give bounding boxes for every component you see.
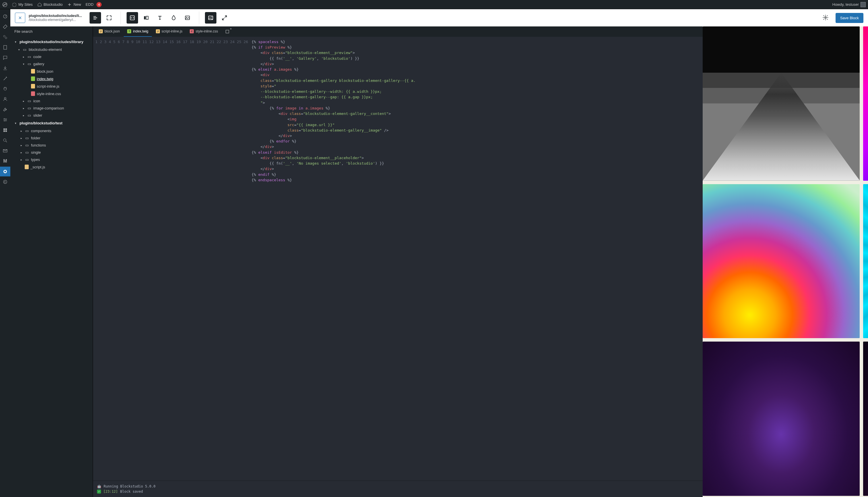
svg-rect-16 [144, 16, 146, 19]
folder-icon: ▭ [25, 157, 29, 162]
tree-file-scriptinline[interactable]: script-inline.js [13, 83, 90, 90]
wp-menu-dashboard[interactable] [0, 12, 10, 21]
svg-point-13 [4, 171, 6, 172]
new-label: New [73, 2, 81, 6]
wp-menu-blockstudio[interactable] [0, 167, 10, 176]
wp-menu-plugins[interactable] [0, 84, 10, 94]
layout-button[interactable] [141, 12, 152, 24]
align-button[interactable] [90, 12, 101, 24]
svg-rect-6 [3, 128, 5, 130]
breadcrumb-line2: /blockstudio-element/gallery/i... [29, 18, 86, 22]
svg-rect-9 [5, 130, 7, 132]
tree-folder-element[interactable]: ▾▭blockstudio-element [13, 46, 90, 53]
js-icon [31, 84, 35, 88]
svg-rect-8 [3, 130, 5, 132]
close-button[interactable] [15, 13, 25, 23]
breadcrumb-line1: plugins/blockstudio/includes/li... [29, 14, 86, 18]
css-icon [31, 91, 35, 96]
chevron-right-icon: ▸ [23, 100, 26, 102]
tree-folder-icon[interactable]: ▸▭icon [13, 97, 90, 104]
console-ts: [23:12] [103, 489, 118, 494]
chevron-right-icon: ▸ [23, 107, 26, 110]
tree-folder-gallery[interactable]: ▾▭gallery [13, 60, 90, 68]
wp-menu-media[interactable] [0, 32, 10, 42]
edd-label: EDD [86, 2, 93, 6]
folder-icon: ▭ [28, 62, 32, 66]
code-button[interactable] [127, 12, 138, 24]
svg-point-3 [5, 37, 7, 39]
image-button[interactable] [182, 12, 193, 24]
wp-menu-mail[interactable] [0, 146, 10, 156]
tab-styleinline[interactable]: Cstyle-inline.css [186, 26, 221, 37]
wp-menu-appearance[interactable] [0, 73, 10, 83]
svg-point-22 [825, 17, 826, 18]
new-link[interactable]: New [67, 2, 81, 7]
edd-link[interactable]: EDD4 [86, 2, 102, 7]
tree-folder-types[interactable]: ▸▭types [13, 156, 90, 163]
gallery-image-5 [703, 342, 860, 496]
folder-icon: ▭ [25, 136, 29, 140]
preview-button[interactable] [205, 12, 217, 24]
tree-section-library[interactable]: ▾plugins/blockstudio/includes/library [13, 38, 90, 46]
folder-icon: ▭ [28, 55, 32, 59]
console-line1: Running Blockstudio 5.0.0 [104, 484, 156, 488]
wp-menu-tools[interactable] [0, 104, 10, 114]
gallery-image-3 [703, 184, 860, 338]
user-menu[interactable]: Howdy, testuser [833, 2, 866, 7]
avatar [860, 2, 866, 7]
settings-button[interactable] [822, 14, 829, 22]
site-link[interactable]: Blockstudio [37, 2, 62, 7]
tree-folder-folder[interactable]: ▸▭folder [13, 134, 90, 142]
new-file-button[interactable]: + [222, 26, 233, 37]
wp-menu-custom1[interactable] [0, 125, 10, 135]
tree-folder-slider[interactable]: ▸▭slider [13, 112, 90, 119]
gallery-image-2 [863, 26, 868, 181]
breadcrumb: plugins/blockstudio/includes/li... /bloc… [29, 14, 86, 22]
my-sites-link[interactable]: My Sites [12, 2, 33, 7]
wp-menu-search[interactable] [0, 136, 10, 145]
wp-menu-comments[interactable] [0, 53, 10, 62]
fullscreen-button[interactable] [103, 12, 115, 24]
typography-button[interactable] [154, 12, 166, 24]
tree-section-test[interactable]: ▾plugins/blockstudio/test [13, 119, 90, 127]
wp-menu-users[interactable] [0, 94, 10, 104]
folder-icon: ▭ [28, 106, 32, 110]
file-search[interactable]: File search [10, 26, 93, 37]
editor-tabs: Jblock.json Tindex.twig Jscript-inline.j… [93, 26, 703, 37]
tree-folder-imgcomp[interactable]: ▸▭image-comparison [13, 104, 90, 112]
tree-file-styleinline[interactable]: style-inline.css [13, 90, 90, 97]
tree-folder-components[interactable]: ▸▭components [13, 127, 90, 134]
wp-menu-settings[interactable] [0, 115, 10, 125]
tab-indextwig[interactable]: Tindex.twig [124, 26, 151, 37]
tree-folder-single[interactable]: ▸▭single [13, 149, 90, 156]
expand-button[interactable] [219, 12, 230, 24]
tree-folder-functions[interactable]: ▸▭functions [13, 142, 90, 149]
wp-admin-bar: My Sites Blockstudio New EDD4 Howdy, tes… [0, 0, 868, 9]
tree-file-indextwig[interactable]: index.twig [13, 75, 90, 83]
wp-menu-pages[interactable] [0, 43, 10, 52]
tab-scriptinline[interactable]: Jscript-inline.js [152, 26, 186, 37]
tree-folder-code[interactable]: ▸▭code [13, 53, 90, 60]
tree-file-scriptjs[interactable]: _script.js [13, 163, 90, 171]
save-button[interactable]: Save Block [836, 13, 864, 23]
wp-menu-posts[interactable] [0, 22, 10, 32]
code-editor[interactable]: 1 2 3 4 5 6 7 8 9 10 11 12 13 14 15 16 1… [93, 37, 703, 481]
svg-rect-7 [5, 128, 7, 130]
chevron-down-icon: ▾ [23, 62, 26, 66]
file-panel: File search ▾plugins/blockstudio/include… [10, 26, 93, 497]
howdy-label: Howdy, testuser [833, 2, 859, 6]
chevron-down-icon: ▾ [15, 122, 18, 125]
svg-rect-4 [4, 45, 7, 49]
wp-menu-m[interactable]: M [0, 156, 10, 166]
drop-button[interactable] [168, 12, 179, 24]
chevron-right-icon: ▸ [21, 137, 24, 140]
tree-file-blockjson[interactable]: block.json [13, 68, 90, 75]
gallery-grid [703, 26, 868, 497]
wp-menu-collapse[interactable] [0, 177, 10, 187]
chevron-right-icon: ▸ [21, 144, 24, 147]
wp-logo[interactable] [2, 2, 8, 7]
preview-panel[interactable] [703, 26, 868, 497]
svg-rect-23 [226, 30, 229, 33]
tab-blockjson[interactable]: Jblock.json [95, 26, 123, 37]
wp-menu-downloads[interactable] [0, 63, 10, 73]
